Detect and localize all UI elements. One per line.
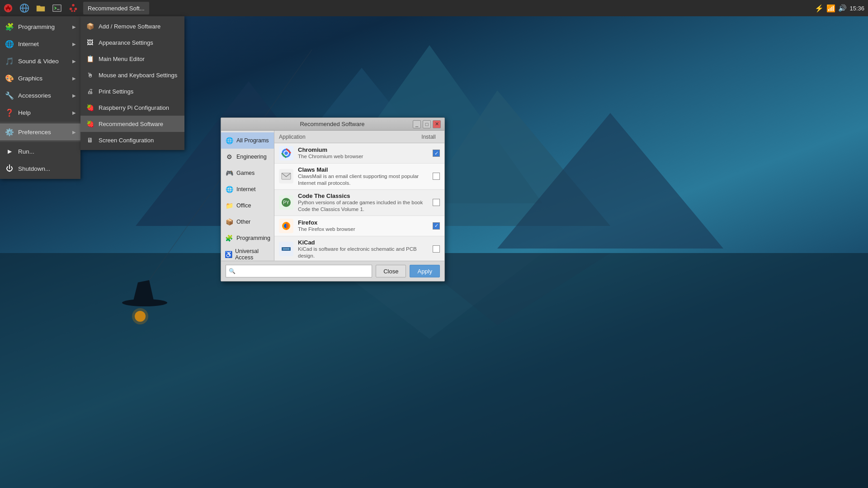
kicad-icon (279, 242, 293, 256)
rpi-menu-icon[interactable] (65, 0, 81, 16)
wifi-icon: 📶 (826, 4, 835, 13)
cat-item-internet[interactable]: 🌐 Internet (221, 181, 274, 197)
menu-divider-2 (0, 141, 80, 142)
cat-item-universal[interactable]: ♿ Universal Access (221, 246, 274, 261)
print-icon: 🖨 (85, 86, 95, 96)
kicad-checkbox[interactable] (433, 245, 440, 253)
submenu-rec-software[interactable]: 🍓 Recommended Software (80, 116, 184, 132)
submenu-add-remove[interactable]: 📦 Add / Remove Software (80, 18, 184, 34)
internet-arrow: ▶ (72, 42, 76, 47)
cat-item-programming[interactable]: 🧩 Programming (221, 230, 274, 246)
search-box[interactable]: 🔍 (226, 265, 372, 277)
submenu-mouse-keyboard[interactable]: 🖱 Mouse and Keyboard Settings (80, 67, 184, 83)
help-icon: ❓ (5, 108, 14, 117)
submenu-screen-config[interactable]: 🖥 Screen Configuration (80, 132, 184, 148)
preferences-icon: ⚙️ (5, 127, 14, 137)
firefox-checkbox[interactable]: ✓ (433, 222, 440, 230)
submenu-appearance[interactable]: 🖼 Appearance Settings (80, 34, 184, 51)
menu-item-accessories[interactable]: 🔧 Accessories ▶ (0, 87, 80, 104)
taskbar-window-title[interactable]: Recommended Soft... (83, 2, 149, 14)
menu-item-preferences[interactable]: ⚙️ Preferences ▶ (0, 123, 80, 141)
menu-item-internet-label: Internet (18, 41, 72, 47)
rec-footer: 🔍 Close Apply (221, 261, 444, 281)
svg-point-38 (288, 248, 289, 250)
app-row-code-classics: PY Code The Classics Python versions of … (274, 190, 444, 216)
recommended-software-window: Recommended Software _ □ ✕ 🌐 All Program… (221, 117, 445, 282)
menu-item-internet[interactable]: 🌐 Internet ▶ (0, 35, 80, 52)
taskbar-left: Recommended Soft... (0, 0, 815, 16)
menu-item-run[interactable]: ▶ Run... (0, 143, 80, 160)
submenu-main-menu-editor-label: Main Menu Editor (99, 56, 145, 62)
menu-item-programming[interactable]: 🧩 Programming ▶ (0, 18, 80, 35)
menu-item-preferences-label: Preferences (18, 129, 72, 136)
globe-icon[interactable] (16, 0, 33, 16)
taskbar-right: ⚡ 📶 🔊 15:36 (815, 4, 868, 13)
svg-point-27 (74, 10, 75, 12)
menu-item-shutdown[interactable]: ⏻ Shutdown... (0, 160, 80, 177)
clawsmail-checkbox[interactable] (433, 173, 440, 180)
submenu-rpi-config[interactable]: 🍓 Raspberry Pi Configuration (80, 99, 184, 116)
raspberry-icon[interactable] (0, 0, 16, 16)
cat-other-icon: 📦 (225, 217, 234, 226)
cat-item-office[interactable]: 📁 Office (221, 197, 274, 214)
help-arrow: ▶ (72, 110, 76, 115)
cat-item-all[interactable]: 🌐 All Programs (221, 132, 274, 149)
internet-icon: 🌐 (5, 39, 14, 49)
code-classics-icon: PY (279, 195, 293, 210)
cat-programming-icon: 🧩 (225, 234, 234, 243)
search-icon: 🔍 (229, 268, 236, 274)
volume-icon: 🔊 (838, 4, 847, 12)
clock: 15:36 (849, 5, 864, 12)
svg-point-16 (9, 5, 11, 8)
accessories-arrow: ▶ (72, 93, 76, 98)
menu-item-graphics[interactable]: 🎨 Graphics ▶ (0, 70, 80, 87)
cat-programming-label: Programming (236, 235, 270, 241)
graphics-arrow: ▶ (72, 76, 76, 81)
bluetooth-icon: ⚡ (815, 4, 824, 13)
cat-item-other[interactable]: 📦 Other (221, 214, 274, 230)
app-row-clawsmail: Claws Mail ClawsMail is an email client … (274, 164, 444, 190)
chromium-checkbox[interactable]: ✓ (433, 150, 440, 157)
menu-item-sound-video[interactable]: 🎵 Sound & Video ▶ (0, 52, 80, 70)
submenu-main-menu-editor[interactable]: 📋 Main Menu Editor (80, 51, 184, 67)
clawsmail-icon (279, 169, 293, 183)
sound-video-icon: 🎵 (5, 56, 14, 66)
programming-icon: 🧩 (5, 22, 14, 32)
rec-window-title: Recommended Software (252, 121, 413, 127)
menu-item-help-label: Help (18, 109, 72, 116)
maximize-button[interactable]: □ (423, 120, 431, 128)
svg-rect-21 (53, 5, 61, 12)
apply-button[interactable]: Apply (410, 265, 440, 277)
screen-config-icon: 🖥 (85, 135, 95, 145)
app-list-header: Application Install (274, 131, 444, 143)
submenu-appearance-label: Appearance Settings (99, 39, 153, 46)
firefox-info: Firefox The Firefox web browser (298, 219, 429, 233)
submenu-screen-config-label: Screen Configuration (99, 137, 154, 144)
chromium-name: Chromium (298, 146, 429, 153)
clawsmail-name: Claws Mail (298, 166, 429, 173)
cat-item-engineering[interactable]: ⚙ Engineering (221, 149, 274, 165)
rec-software-icon: 🍓 (85, 119, 95, 129)
rec-body: 🌐 All Programs ⚙ Engineering 🎮 Games 🌐 I… (221, 131, 444, 261)
rpi-config-icon: 🍓 (85, 103, 95, 113)
cat-all-label: All Programs (236, 137, 269, 144)
submenu-print[interactable]: 🖨 Print Settings (80, 83, 184, 99)
cat-other-label: Other (236, 219, 250, 225)
graphics-icon: 🎨 (5, 73, 14, 83)
menu-item-shutdown-label: Shutdown... (18, 165, 76, 172)
close-button[interactable]: ✕ (433, 120, 441, 128)
cat-universal-icon: ♿ (225, 250, 232, 259)
terminal-icon[interactable] (49, 0, 65, 16)
menu-item-help[interactable]: ❓ Help ▶ (0, 104, 80, 121)
programming-arrow: ▶ (72, 24, 76, 29)
close-button-footer[interactable]: Close (376, 265, 406, 277)
cat-games-icon: 🎮 (225, 169, 234, 178)
clawsmail-info: Claws Mail ClawsMail is an email client … (298, 166, 429, 187)
cat-item-games[interactable]: 🎮 Games (221, 165, 274, 181)
folder-icon[interactable] (33, 0, 49, 16)
minimize-button[interactable]: _ (413, 120, 421, 128)
code-classics-checkbox[interactable] (433, 199, 440, 206)
svg-point-17 (7, 9, 9, 11)
svg-point-25 (75, 8, 77, 10)
svg-point-12 (132, 308, 148, 324)
